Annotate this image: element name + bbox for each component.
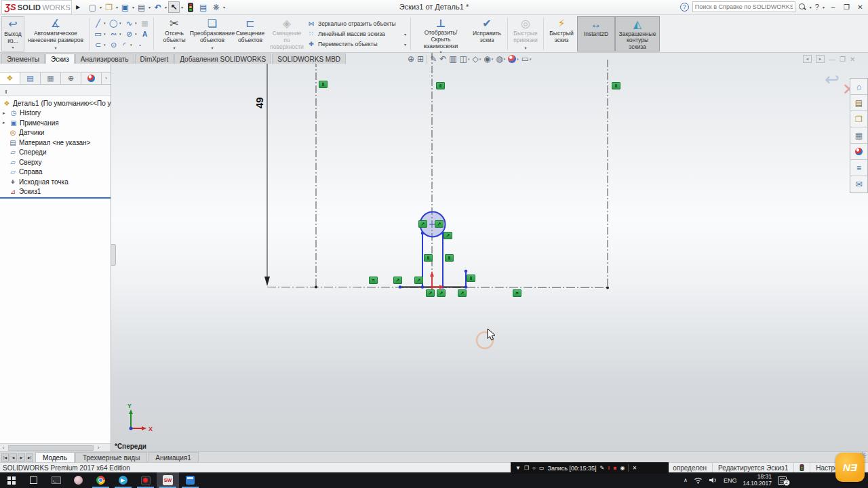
doc-next-window-button[interactable]: ▸ <box>816 55 825 63</box>
sketch-origin[interactable] <box>432 276 440 287</box>
line-caret-icon[interactable]: ▾ <box>104 21 108 25</box>
configurationmanager-tab[interactable] <box>41 73 61 84</box>
3d-views-tab[interactable]: Трехмерные виды <box>75 452 147 462</box>
constraint-icon-coincident[interactable]: ↗ <box>414 277 423 284</box>
repair-sketch-button[interactable]: Исправить эскиз <box>469 16 505 52</box>
tree-item-annotations[interactable]: ▸ Примечания <box>0 118 111 128</box>
recorder-pause-icon[interactable]: ‖ <box>608 465 610 471</box>
forum-tab[interactable] <box>850 176 867 192</box>
options-caret-icon[interactable]: ▾ <box>223 5 225 9</box>
options-button[interactable] <box>210 1 222 13</box>
tab-addins[interactable]: Добавления SOLIDWORKS <box>174 54 271 64</box>
recorder-stop-icon[interactable]: ■ <box>614 465 617 471</box>
custom-properties-tab[interactable] <box>850 160 867 176</box>
tab-dimxpert[interactable]: DimXpert <box>135 54 174 64</box>
constraint-icon-equal[interactable]: = <box>369 277 378 284</box>
display-style-button[interactable]: ▾ <box>472 54 481 64</box>
rectangle-caret-icon[interactable]: ▾ <box>104 32 108 36</box>
restore-button[interactable]: ❐ <box>842 2 852 12</box>
ellipse-caret-icon[interactable]: ▾ <box>135 32 139 36</box>
panel-horizontal-scrollbar[interactable]: ‹ › <box>0 443 111 451</box>
slot-tool-button[interactable] <box>93 40 103 50</box>
fillet-caret-icon[interactable]: ▾ <box>130 43 134 47</box>
recorder-menu-icon[interactable]: ▼ <box>515 465 521 471</box>
graphics-area[interactable]: ▾ ▾ ▾ ▾ ▾ ▾ ◂ ▸ — ❐ ✕ ↩ ✕ <box>111 53 868 451</box>
utility-app-button[interactable] <box>67 472 90 488</box>
constraint-icon-vertical[interactable]: ‖ <box>445 254 454 262</box>
freehand-caret-icon[interactable]: ▾ <box>119 32 123 36</box>
undo-button[interactable] <box>152 1 163 13</box>
panel-splitter-handle[interactable] <box>111 244 116 266</box>
polygon-tool-button[interactable] <box>108 40 119 50</box>
taskbar-clock[interactable]: 18:31 14.10.2017 <box>743 474 772 487</box>
mirror-entities-item[interactable]: Зеркально отразить объекты <box>307 20 406 28</box>
dimension-value[interactable]: 49 <box>254 97 265 108</box>
design-library-tab[interactable] <box>850 95 867 111</box>
tree-item-sketch1[interactable]: Эскиз1 <box>0 187 111 197</box>
tree-item-right-plane[interactable]: Справа <box>0 167 111 178</box>
telegram-button[interactable] <box>112 472 134 488</box>
chrome-button[interactable] <box>90 472 112 488</box>
recorder-zoom-icon[interactable]: ○ <box>532 465 536 471</box>
displaymanager-tab[interactable] <box>81 73 102 84</box>
doc-minimize-button[interactable]: — <box>829 56 835 63</box>
smart-dimension-button[interactable]: Автоматическое нанесение размеров ▾ <box>24 16 87 52</box>
view-settings-button[interactable]: ▾ <box>521 54 532 64</box>
resources-tab[interactable] <box>850 79 867 95</box>
doc-close-button[interactable]: ✕ <box>850 56 855 63</box>
constraint-icon-coincident[interactable]: ↗ <box>437 289 446 297</box>
apply-scene-button[interactable]: ▾ <box>508 55 519 63</box>
menu-flyout-button[interactable] <box>74 1 82 13</box>
save-caret-icon[interactable]: ▾ <box>132 5 134 9</box>
doc-prev-window-button[interactable]: ◂ <box>803 55 812 63</box>
scroll-right-icon[interactable]: › <box>95 445 102 451</box>
rebuild-button[interactable] <box>184 1 196 13</box>
instant2d-button[interactable]: Instant2D <box>577 16 615 52</box>
motion-study-tab[interactable]: Анимация1 <box>148 452 199 462</box>
tab-evaluate[interactable]: Анализировать <box>75 54 134 64</box>
constraint-icon-vertical[interactable]: ‖ <box>436 82 445 89</box>
search-caret-icon[interactable]: ▾ <box>810 5 812 9</box>
confirm-exit-sketch-icon[interactable]: ↩ <box>825 69 840 90</box>
notification-center-button[interactable]: 2 <box>778 476 787 485</box>
prev-tab-button[interactable]: ◀ <box>9 453 17 462</box>
select-tool-button[interactable] <box>168 1 180 13</box>
volume-icon[interactable] <box>709 476 717 484</box>
recorder-snapshot-icon[interactable]: ◉ <box>620 465 625 471</box>
new-document-button[interactable] <box>87 1 98 13</box>
endpoint-dot[interactable] <box>606 287 609 289</box>
endpoint-dot[interactable] <box>315 286 317 289</box>
tab-mbd[interactable]: SOLIDWORKS MBD <box>272 54 346 64</box>
hide-show-items-button[interactable]: ▾ <box>484 54 493 64</box>
linear-pattern-item[interactable]: Линейный массив эскиза ▾ <box>307 30 406 39</box>
model-tab[interactable]: Модель <box>35 452 75 462</box>
convert-entities-button[interactable]: Преобразование объектов ▾ <box>193 16 232 52</box>
scroll-left-icon[interactable]: ‹ <box>0 445 7 451</box>
select-caret-icon[interactable]: ▾ <box>181 5 183 9</box>
slot-caret-icon[interactable]: ▾ <box>104 43 108 47</box>
circle-tool-button[interactable] <box>108 18 119 28</box>
console-app-button[interactable] <box>45 472 67 488</box>
new-caret-icon[interactable]: ▾ <box>100 5 102 9</box>
minimize-button[interactable]: – <box>828 2 838 12</box>
constraint-icon-coincident[interactable]: ↗ <box>426 289 435 297</box>
constraint-icon-vertical[interactable]: ‖ <box>467 274 475 282</box>
sketch-canvas[interactable]: 49 <box>111 53 868 451</box>
expander-icon[interactable]: ▸ <box>3 110 7 116</box>
constraint-icon-vertical[interactable]: ‖ <box>612 82 620 89</box>
previous-view-icon[interactable] <box>439 54 446 64</box>
constraint-icon-equal[interactable]: = <box>513 289 521 297</box>
zoom-to-area-icon[interactable] <box>417 54 424 64</box>
constraint-icon-vertical[interactable]: ‖ <box>424 254 433 262</box>
last-tab-button[interactable]: ▶| <box>26 453 33 462</box>
dimxpertmanager-tab[interactable] <box>61 73 81 84</box>
sketch-endpoints[interactable] <box>399 232 468 289</box>
constraint-icon-tangent[interactable]: ↗ <box>435 220 443 228</box>
help-caret-icon[interactable]: ▾ <box>823 5 825 9</box>
rollback-bar[interactable] <box>0 197 111 199</box>
tree-item-front-plane[interactable]: Спереди <box>0 148 111 158</box>
search-icon[interactable] <box>799 3 806 11</box>
calculator-button[interactable] <box>179 472 201 488</box>
tree-filter-bar[interactable] <box>0 85 111 96</box>
panel-tabs-overflow-button[interactable]: › <box>102 73 111 84</box>
